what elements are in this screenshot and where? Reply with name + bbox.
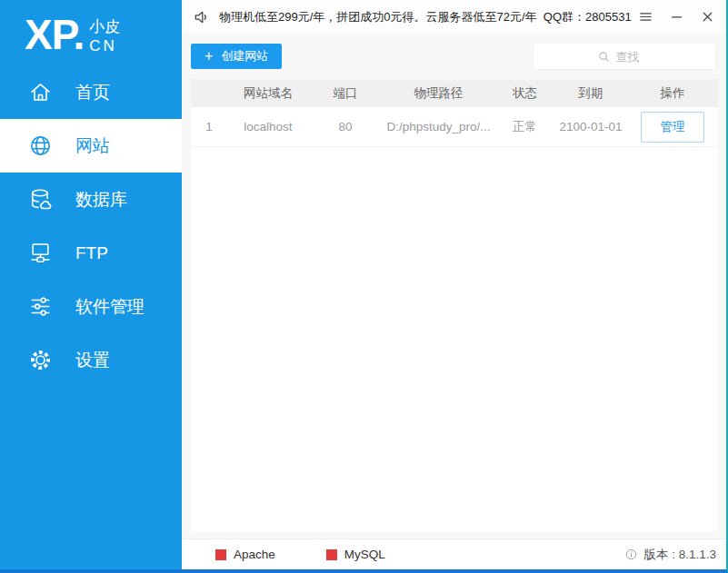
announcement-text: 物理机低至299元/年，拼团成功0元得。云服务器低至72元/年 QQ群：2805… xyxy=(219,9,635,25)
status-bar: Apache MySQL 版本 : 8.1.1.3 xyxy=(182,538,726,569)
search-input[interactable] xyxy=(616,50,653,64)
gear-icon xyxy=(28,348,53,372)
cell-domain: localhost xyxy=(227,120,309,133)
globe-icon xyxy=(28,133,53,158)
search-box[interactable] xyxy=(533,43,716,70)
manage-button[interactable]: 管理 xyxy=(641,112,704,143)
sidebar-item-label: FTP xyxy=(75,243,108,263)
menu-icon[interactable] xyxy=(635,7,655,27)
service-label: MySQL xyxy=(344,548,385,561)
mysql-status-indicator xyxy=(326,549,337,560)
database-icon xyxy=(28,187,53,212)
logo-sub-text: 小皮 CN xyxy=(89,17,120,55)
cell-path: D:/phpstudy_pro/... xyxy=(382,120,495,133)
service-label: Apache xyxy=(234,548,275,561)
table-row: 1 localhost 80 D:/phpstudy_pro/... 正常 21… xyxy=(191,107,718,147)
sidebar-item-ftp[interactable]: FTP xyxy=(0,226,182,280)
version-info: 版本 : 8.1.1.3 xyxy=(624,547,716,563)
main-area: 物理机低至299元/年，拼团成功0元得。云服务器低至72元/年 QQ群：2805… xyxy=(182,0,726,569)
col-domain: 网站域名 xyxy=(227,85,309,102)
col-port: 端口 xyxy=(309,85,382,102)
table-header-row: 网站域名 端口 物理路径 状态 到期 操作 xyxy=(191,79,718,107)
col-path: 物理路径 xyxy=(382,85,495,102)
window-controls xyxy=(635,7,717,27)
cell-expires: 2100-01-01 xyxy=(554,120,627,133)
sidebar-item-label: 设置 xyxy=(75,349,110,372)
version-label: 版本 : 8.1.1.3 xyxy=(643,547,716,563)
sliders-icon xyxy=(28,294,53,319)
col-status: 状态 xyxy=(495,85,554,102)
sidebar-item-software[interactable]: 软件管理 xyxy=(0,280,182,333)
sidebar-item-home[interactable]: 首页 xyxy=(0,65,182,119)
service-apache: Apache xyxy=(215,548,275,561)
sidebar-item-database[interactable]: 数据库 xyxy=(0,173,182,226)
sidebar-item-label: 软件管理 xyxy=(75,295,145,319)
cell-port: 80 xyxy=(309,120,382,133)
content-area: 网站域名 端口 物理路径 状态 到期 操作 1 localhost 80 D:/… xyxy=(182,79,726,538)
app-logo: XP. 小皮 CN xyxy=(0,0,182,65)
col-expires: 到期 xyxy=(554,85,627,102)
close-icon[interactable] xyxy=(697,7,717,27)
minimize-icon[interactable] xyxy=(666,7,686,27)
sidebar-nav: 首页 网站 xyxy=(0,65,182,387)
col-action: 操作 xyxy=(627,85,718,102)
create-site-button[interactable]: + 创建网站 xyxy=(191,44,282,69)
plus-icon: + xyxy=(204,49,213,64)
ftp-icon xyxy=(28,241,53,265)
sidebar-item-label: 数据库 xyxy=(75,188,127,212)
home-icon xyxy=(28,80,53,104)
logo-main-text: XP. xyxy=(25,12,84,57)
topbar: 物理机低至299元/年，拼团成功0元得。云服务器低至72元/年 QQ群：2805… xyxy=(182,0,726,34)
cell-action: 管理 xyxy=(627,112,718,143)
speaker-icon xyxy=(193,8,211,26)
service-mysql: MySQL xyxy=(326,548,385,561)
sites-table: 网站域名 端口 物理路径 状态 到期 操作 1 localhost 80 D:/… xyxy=(191,79,718,531)
cell-status: 正常 xyxy=(495,119,554,135)
toolbar: + 创建网站 xyxy=(182,34,726,79)
apache-status-indicator xyxy=(215,549,226,560)
cell-index: 1 xyxy=(191,120,227,133)
app-window: XP. 小皮 CN 首页 xyxy=(0,0,728,573)
sidebar-item-label: 首页 xyxy=(75,81,110,104)
search-icon xyxy=(597,50,611,64)
sidebar: XP. 小皮 CN 首页 xyxy=(0,0,182,569)
sidebar-item-settings[interactable]: 设置 xyxy=(0,333,182,387)
info-icon xyxy=(624,548,638,561)
sidebar-item-label: 网站 xyxy=(75,134,110,158)
sidebar-item-websites[interactable]: 网站 xyxy=(0,119,182,173)
